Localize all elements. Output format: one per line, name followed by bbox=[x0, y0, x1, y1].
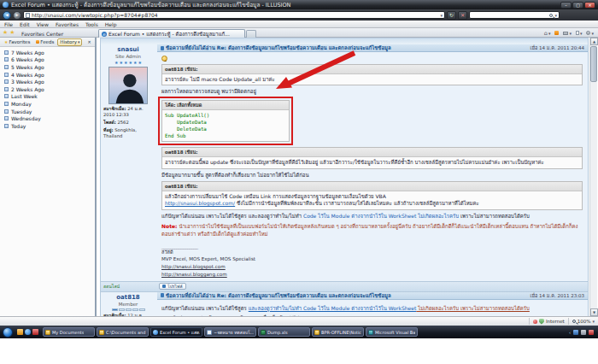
panel-close-icon[interactable]: ✕ bbox=[85, 38, 93, 46]
history-item-5-weeks[interactable]: 5 Weeks Ago bbox=[0, 63, 95, 71]
quote3-text2: ซึ่งไม่มีการนำข้อมูลที่พิมพ์ลงมาทีละชั้น… bbox=[235, 200, 479, 206]
calendar-icon bbox=[4, 124, 9, 128]
history-item-7-weeks[interactable]: 7 Weeks Ago bbox=[0, 49, 95, 56]
zoom-level[interactable]: 100% bbox=[577, 319, 591, 324]
page-dropdown-icon[interactable]: ▾ bbox=[580, 31, 583, 36]
history-item-4-weeks[interactable]: 4 Weeks Ago bbox=[0, 71, 95, 79]
calendar-icon bbox=[4, 87, 9, 91]
menu-edit[interactable]: Edit bbox=[20, 21, 30, 27]
back-button[interactable]: ◀ bbox=[3, 11, 11, 20]
add-favorite-star-icon[interactable]: ★ bbox=[9, 29, 15, 36]
tools-menu-button[interactable]: ▾ bbox=[586, 31, 594, 36]
signature-link-1[interactable]: http://snasui.blogspot.com bbox=[161, 264, 583, 271]
rank-segment bbox=[112, 308, 118, 311]
rank-progress-bar bbox=[103, 308, 153, 311]
vertical-scrollbar[interactable]: ▲ ▼ bbox=[589, 38, 597, 316]
search-icon[interactable] bbox=[549, 14, 553, 17]
taskbar-button-label: Dump.xls bbox=[267, 330, 288, 335]
tools-dropdown-icon[interactable]: ▾ bbox=[591, 31, 594, 36]
print-dropdown-icon[interactable]: ▾ bbox=[569, 31, 572, 36]
scroll-up-icon[interactable]: ▲ bbox=[590, 38, 598, 45]
new-tab-button[interactable] bbox=[246, 30, 256, 38]
taskbar-button-bpr-offline[interactable]: BPR-OFFLINE\Notic... bbox=[312, 327, 364, 337]
quicklaunch-mail-icon[interactable] bbox=[17, 329, 23, 335]
post1-subject[interactable]: ข้อความที่ยังไม่ได้อ่าน Re: ต้องการดึงข้… bbox=[166, 44, 529, 52]
history-item-tuesday[interactable]: Tuesday bbox=[0, 108, 95, 115]
zoom-dropdown-icon[interactable]: ▾ bbox=[592, 319, 595, 324]
address-bar[interactable]: http://snasui.com/viewtopic.php?p=8704#p… bbox=[23, 11, 445, 19]
page-menu-button[interactable]: ▾ bbox=[576, 31, 583, 36]
forum-post-2: oat818 Member สมาชิกเมื่อ: 12 ม.ค. 2011 … bbox=[100, 292, 589, 316]
blogspot-link[interactable]: http://snasui.blogspot.com/ bbox=[165, 200, 235, 206]
security-shield-icon bbox=[539, 319, 544, 325]
print-button[interactable]: ▾ bbox=[563, 31, 572, 36]
home-button[interactable]: ⌂ ▾ bbox=[544, 30, 551, 37]
taskbar-button-visual-basic[interactable]: Microsoft Visual Bas... bbox=[366, 327, 418, 337]
taskbar-button-excel-forum[interactable]: Excel Forum • แสด... bbox=[150, 327, 202, 337]
refresh-button[interactable]: ↻ bbox=[447, 11, 456, 20]
tray-app-icon[interactable] bbox=[589, 330, 594, 335]
panel-tab-history[interactable]: History ▾ bbox=[57, 38, 82, 46]
post2-subject[interactable]: ข้อความที่ยังไม่ได้อ่าน Re: ต้องการดึงข้… bbox=[166, 291, 529, 300]
post2-link-text[interactable]: และลองดูว่าทำใน/ไม่ทำ Code ไว้ใน Module … bbox=[249, 305, 417, 311]
menu-help[interactable]: Help bbox=[105, 21, 117, 27]
calendar-icon bbox=[4, 73, 9, 77]
taskbar-button-my-documents[interactable]: My Documents bbox=[43, 327, 95, 337]
menu-favorites[interactable]: Favorites bbox=[56, 21, 79, 27]
post2-author-name[interactable]: oat818 bbox=[103, 294, 153, 301]
taskbar-button-label: ~จดหมาย ทดสอบโ... bbox=[214, 329, 254, 336]
menu-tools[interactable]: Tools bbox=[85, 21, 98, 27]
tab-excel-forum[interactable]: e Excel Forum • แสดงกระทู้ - ต้องการดึงข… bbox=[98, 29, 245, 38]
calendar-icon bbox=[4, 94, 9, 98]
search-dropdown-icon[interactable]: ▾ bbox=[554, 13, 557, 18]
history-item-wednesday[interactable]: Wednesday bbox=[0, 114, 95, 122]
quicklaunch-media-icon[interactable] bbox=[32, 329, 38, 335]
history-item-today[interactable]: Today bbox=[0, 122, 95, 130]
address-dropdown-icon[interactable]: ▾ bbox=[440, 13, 443, 18]
zoom-icon[interactable] bbox=[572, 320, 576, 323]
history-item-last-week[interactable]: Last Week bbox=[0, 93, 95, 101]
menu-file[interactable]: File bbox=[4, 21, 13, 27]
history-item-3-weeks[interactable]: 3 Weeks Ago bbox=[0, 78, 95, 85]
panel-tab-favorites[interactable]: ★ Favorites bbox=[2, 38, 32, 46]
panel-tab-feeds[interactable]: Feeds bbox=[33, 38, 56, 46]
url-text[interactable]: http://snasui.com/viewtopic.php?p=8704#p… bbox=[32, 12, 438, 18]
tray-chevron-icon[interactable]: ‹ bbox=[569, 330, 571, 335]
profile-button[interactable]: โปรไฟล์ bbox=[159, 283, 186, 290]
close-button[interactable]: ✕ bbox=[584, 2, 595, 9]
taskbar-button-dump-xls[interactable]: Dump.xls bbox=[258, 327, 310, 337]
history-item-2-weeks[interactable]: 2 Weeks Ago bbox=[0, 85, 95, 93]
scrollbar-thumb[interactable] bbox=[590, 46, 597, 82]
minimize-button[interactable]: – bbox=[560, 2, 572, 9]
post1-date: เมื่อ 14 ม.ค. 2011 20:44 bbox=[531, 44, 584, 51]
home-dropdown-icon[interactable]: ▾ bbox=[548, 31, 551, 36]
taskbar-button-documents-path[interactable]: C:\Documents and ... bbox=[97, 327, 149, 337]
stop-button[interactable]: ✕ bbox=[458, 11, 467, 20]
search-input[interactable]: ▾ bbox=[469, 11, 560, 19]
history-item-6-weeks[interactable]: 6 Weeks Ago bbox=[0, 56, 95, 64]
maximize-button[interactable]: ▢ bbox=[572, 2, 583, 9]
forward-button[interactable]: ▶ bbox=[13, 11, 21, 20]
code-header[interactable]: โค้ด: เลือกทั้งหมด bbox=[162, 101, 289, 110]
post1-author-name[interactable]: snasui bbox=[103, 46, 153, 53]
tray-network-icon[interactable] bbox=[573, 330, 578, 335]
menu-view[interactable]: View bbox=[37, 21, 49, 27]
signature-divider: _________________ bbox=[161, 243, 583, 249]
rank-star-icon: ★ bbox=[120, 60, 123, 65]
command-bar: ⌂ ▾ ▾ ▾ ▾ bbox=[544, 30, 594, 37]
status-separator bbox=[568, 318, 569, 325]
document-icon bbox=[207, 330, 212, 335]
scroll-down-icon[interactable]: ▼ bbox=[590, 308, 598, 316]
history-dropdown-icon[interactable]: ▾ bbox=[78, 39, 80, 44]
screen: Excel Forum • แสดงกระทู้ - ต้องการดึงข้อ… bbox=[0, 0, 598, 364]
taskbar-button-letter-doc[interactable]: ~จดหมาย ทดสอบโ... bbox=[204, 327, 256, 337]
signature-link-2[interactable]: http://snasui.bloggang.com bbox=[161, 272, 583, 279]
history-item-monday[interactable]: Monday bbox=[0, 100, 95, 108]
tray-volume-icon[interactable] bbox=[581, 330, 586, 335]
post2-header: ข้อความที่ยังไม่ได้อ่าน Re: ต้องการดึงข้… bbox=[157, 292, 588, 300]
favorites-star-icon[interactable]: ★ bbox=[3, 29, 8, 36]
feeds-button[interactable] bbox=[554, 31, 559, 35]
start-button[interactable] bbox=[3, 327, 13, 338]
quicklaunch-ie-icon[interactable] bbox=[25, 329, 31, 335]
panel-tab-feeds-label: Feeds bbox=[40, 39, 54, 44]
